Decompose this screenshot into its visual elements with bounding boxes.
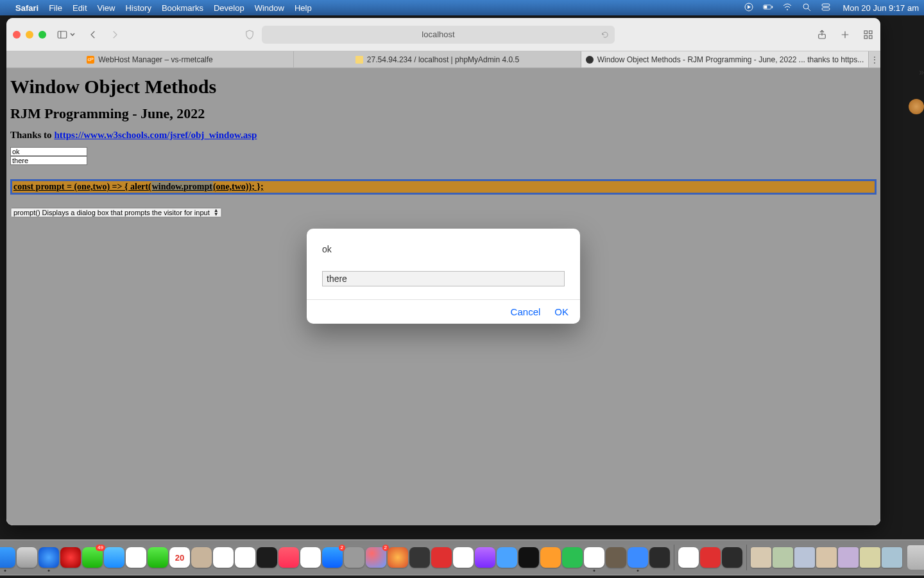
dock-app-console[interactable] — [722, 547, 742, 568]
window-zoom[interactable] — [38, 31, 46, 39]
tab-label: 27.54.94.234 / localhost | phpMyAdmin 4.… — [367, 55, 519, 64]
tab-label: Window Object Methods - RJM Programming … — [597, 55, 864, 64]
prompt-dialog: ok Cancel OK — [307, 229, 580, 324]
dock-app-xcode[interactable] — [497, 547, 517, 568]
overflow-indicator-icon[interactable]: » — [919, 67, 924, 77]
dock-app-stack3[interactable] — [794, 547, 815, 568]
dock-app-palette[interactable]: 2 — [366, 547, 386, 568]
dock-app-terminal[interactable] — [518, 547, 539, 568]
svg-rect-16 — [869, 31, 873, 34]
forward-button[interactable] — [109, 29, 121, 40]
dock-app-gimp[interactable] — [606, 547, 626, 568]
svg-marker-1 — [748, 5, 751, 9]
safari-tabbar: cP WebHost Manager – vs-rmetcalfe 27.54.… — [6, 51, 880, 68]
dock-app-stack1[interactable] — [751, 547, 771, 568]
tab-window-object-methods[interactable]: Window Object Methods - RJM Programming … — [581, 51, 869, 67]
clock[interactable]: Mon 20 Jun 9:17 am — [843, 3, 919, 13]
dock-app-news[interactable] — [300, 547, 321, 568]
show-sidebar-button[interactable] — [56, 29, 76, 40]
window-close[interactable] — [13, 31, 21, 39]
dock-app-sysprefs[interactable] — [344, 547, 364, 568]
dock-app-calendar[interactable]: 20 — [169, 547, 190, 568]
now-playing-icon[interactable] — [744, 2, 754, 14]
safari-toolbar: localhost — [6, 18, 880, 51]
svg-rect-18 — [869, 35, 873, 39]
dock: 492022 — [0, 539, 924, 575]
dock-app-mail[interactable] — [104, 547, 124, 568]
dock-app-intellij[interactable] — [649, 547, 670, 568]
svg-line-7 — [808, 8, 810, 11]
tab-label: WebHost Manager – vs-rmetcalfe — [98, 55, 213, 64]
dock-app-stack7[interactable] — [882, 547, 902, 568]
privacy-shield-icon[interactable] — [244, 29, 255, 40]
dock-app-numbers[interactable] — [562, 547, 583, 568]
dock-app-textedit[interactable] — [584, 547, 604, 568]
dock-app-parallels[interactable] — [700, 547, 721, 568]
new-tab-icon[interactable] — [839, 29, 851, 40]
dock-app-podcasts[interactable] — [475, 547, 495, 568]
svg-rect-3 — [764, 5, 767, 8]
dock-app-appstore[interactable]: 2 — [322, 547, 343, 568]
phpmyadmin-icon — [355, 56, 363, 64]
dock-app-safari[interactable] — [38, 547, 59, 568]
dock-app-zoom[interactable] — [628, 547, 648, 568]
cancel-button[interactable]: Cancel — [511, 306, 541, 317]
dock-app-tv[interactable] — [257, 547, 277, 568]
dock-app-filezilla[interactable] — [431, 547, 452, 568]
svg-rect-4 — [772, 6, 773, 8]
dock-app-firefox[interactable] — [388, 547, 408, 568]
dock-app-music[interactable] — [278, 547, 299, 568]
dock-app-stack2[interactable] — [773, 547, 793, 568]
dock-app-reminders[interactable] — [213, 547, 234, 568]
menu-bookmarks[interactable]: Bookmarks — [162, 3, 203, 13]
reload-icon[interactable] — [601, 30, 610, 39]
menu-history[interactable]: History — [125, 3, 151, 13]
tab-overflow-button[interactable]: ⋮ — [869, 51, 880, 67]
svg-rect-10 — [58, 31, 67, 38]
dock-app-stack4[interactable] — [816, 547, 837, 568]
menu-help[interactable]: Help — [295, 3, 312, 13]
dock-app-pages[interactable] — [540, 547, 561, 568]
dock-app-launchpad[interactable] — [17, 547, 37, 568]
prompt-message: ok — [322, 244, 565, 254]
dock-app-facetime[interactable] — [148, 547, 168, 568]
dock-app-contacts[interactable] — [191, 547, 212, 568]
tab-overview-icon[interactable] — [862, 29, 874, 40]
share-icon[interactable] — [816, 29, 828, 40]
menu-develop[interactable]: Develop — [214, 3, 244, 13]
dock-app-opera[interactable] — [60, 547, 81, 568]
spotlight-icon[interactable] — [801, 2, 812, 14]
tab-phpmyadmin[interactable]: 27.54.94.234 / localhost | phpMyAdmin 4.… — [294, 51, 581, 67]
address-bar-text: localhost — [422, 30, 454, 39]
ok-button[interactable]: OK — [554, 306, 569, 317]
menu-file[interactable]: File — [49, 3, 62, 13]
control-center-icon[interactable] — [821, 2, 831, 14]
dock-app-stack6[interactable] — [860, 547, 880, 568]
dock-app-brackets[interactable] — [453, 547, 474, 568]
window-minimize[interactable] — [26, 31, 33, 39]
background-avatar — [909, 99, 924, 114]
dock-app-notes[interactable] — [235, 547, 255, 568]
dock-app-chrome[interactable] — [678, 547, 699, 568]
chevron-down-icon — [69, 29, 76, 40]
battery-icon[interactable] — [763, 2, 773, 14]
dock-app-stack5[interactable] — [838, 547, 859, 568]
tab-webhost-manager[interactable]: cP WebHost Manager – vs-rmetcalfe — [6, 51, 294, 67]
safari-window: localhost cP WebHost Manager – vs-rmetca… — [6, 18, 880, 525]
address-bar[interactable]: localhost — [262, 26, 615, 44]
svg-rect-17 — [864, 35, 868, 39]
dock-app-calc[interactable] — [409, 547, 430, 568]
app-menu-safari[interactable]: Safari — [15, 3, 38, 13]
dock-app-messages[interactable]: 49 — [82, 547, 103, 568]
menu-window[interactable]: Window — [255, 3, 284, 13]
svg-rect-15 — [864, 31, 868, 34]
menu-view[interactable]: View — [98, 3, 116, 13]
wifi-icon[interactable] — [782, 2, 792, 14]
dock-app-finder[interactable] — [0, 547, 15, 568]
prompt-input[interactable] — [322, 271, 565, 286]
menu-edit[interactable]: Edit — [73, 3, 87, 13]
macos-menubar: Safari File Edit View History Bookmarks … — [0, 0, 924, 15]
back-button[interactable] — [87, 29, 99, 40]
dock-app-photos[interactable] — [126, 547, 146, 568]
dock-trash[interactable] — [907, 545, 924, 570]
